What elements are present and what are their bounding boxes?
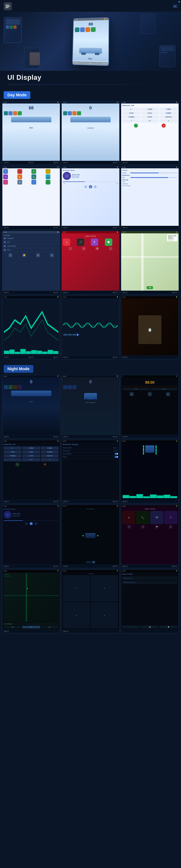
device-name-setting: Device name Car87 > xyxy=(63,446,118,450)
day-screen-waveform: 11:46🔋 WWW WOW WDW ▶ 35.2°C 25.2°C xyxy=(61,296,119,359)
hero-temp-left: 72.5°F xyxy=(74,62,78,64)
day-map-display: Sunny Coffee Western Bldground 18:15 ETA… xyxy=(121,234,179,290)
auto-connect-setting: Auto connect xyxy=(63,452,118,456)
night-screen-ar2: 11:46🔋 AR display ▦ ▦ ▦ ▦ 35.2°C xyxy=(61,570,119,633)
night-screen-bt-settings: 11:46🔋 Bluetooth_Settings Device name Ca… xyxy=(61,440,119,503)
day-mode-section-header: Day Mode xyxy=(0,88,181,101)
nav-lines-icon[interactable] xyxy=(173,5,177,7)
night-screen-panel: 11:46🔋 Source Panel Factory Reset Date t… xyxy=(121,570,179,633)
map-content: Sunny Coffee Western Bldground 18:15 ETA… xyxy=(121,234,179,290)
hero-number: 88 xyxy=(74,21,109,27)
day-carplay-display: Apple CarPlay ♫ 🎵 🎙 💬 📞 ♫ 🗺 🎵 xyxy=(62,234,119,290)
menu-icon xyxy=(5,5,10,8)
day-home-2-info: 35.2°C 25.2°C xyxy=(62,161,119,164)
night-carplay-grid: ♫ 📞 🗺 🎙 xyxy=(121,510,179,525)
day-home-1-info: 72.5°F 25.2°C 35.2°C xyxy=(2,161,60,164)
night-screen-ar: 72.1°F🔋 AR Animation ◀ ▶ 72.1°F ► xyxy=(61,505,119,568)
hero-person xyxy=(30,52,40,65)
carplay-app-dark: 🎵 xyxy=(77,239,84,246)
hero-temp-right: 25.2°C xyxy=(103,63,107,65)
day-screen-apps: 11:46🔋 G 📺 G ⚡ M ▶ 📻 📷 ♫ ⚙ 🌐 📞 35.2°C 25… xyxy=(2,166,60,229)
night-mode-badge: Night Mode xyxy=(4,365,33,373)
hero-section: Navigation 11:48 📶 🔋 88 xyxy=(0,12,181,71)
power-setting: Power xyxy=(63,456,118,459)
night-panel-display: Source Panel Factory Reset Date time pas… xyxy=(121,572,179,629)
bottom-spacer xyxy=(0,636,181,644)
page-title: UI Display xyxy=(4,74,177,84)
day-screen-music: 11:46🔋 Bluetooth_Music ♫ Music Title Mus… xyxy=(61,166,119,229)
night-home-display-2: 0 Nav Navigation xyxy=(62,377,119,435)
nav-item-4: ◀ Other xyxy=(3,248,59,252)
hero-main-device: 11:48 📶 🔋 88 xyxy=(72,17,109,66)
day-mode-badge: Day Mode xyxy=(4,91,30,99)
temp-3: 35.2°C xyxy=(53,162,58,163)
day-screen-nav: 11:46🔋 Ringfinger ◀ Navigation ◀ GPS ◀ L… xyxy=(2,231,60,294)
night-keypad: 1 . 2 ABC 3 DEF 4 GHI 5 JKL 6 MNO 7 PQRS… xyxy=(3,446,59,461)
day-music-display: Bluetooth_Music ♫ Music Title Music Albu… xyxy=(62,168,119,226)
night-cp-music: ♫ xyxy=(122,511,135,524)
hero-left-device xyxy=(4,17,22,43)
night-screen-bt-call: 11:46🔋 Bluetooth_Call 1 . 2 ABC 3 DEF 4 … xyxy=(2,440,60,503)
night-screen-carplay: 11:46🔋 Apple CarPlay ♫ 📞 🗺 🎙 📞 ♫ 🗺 🎵 35.… xyxy=(121,505,179,568)
night-screen-radio: 0🔋 88.00 FM FM2 ⏮ ⏸ ⏭ xyxy=(121,375,179,438)
auto-connect-toggle[interactable] xyxy=(114,453,118,455)
night-eq-display xyxy=(121,442,179,500)
night-screen-drive: 11:46🔋 Shanghai Zhongyi Road Now Playing xyxy=(2,570,60,633)
night-screen-bt-music: 11:46🔋 Bluetooth_Music ♫ Music Title Mus… xyxy=(2,505,60,568)
carplay-app-music: ♫ xyxy=(63,239,70,246)
bt-call-title: Bluetooth_Call xyxy=(122,104,178,106)
night-radio-display: 88.00 FM FM2 ⏮ ⏸ ⏭ xyxy=(121,377,179,435)
night-drive-display: Shanghai Zhongyi Road Now Playing ◀◀ ▶ ▶… xyxy=(2,572,60,629)
keypad: 1 . 2 ABC 3 DEF 4 GHI 5 JKL 6 MNO 7 PQRS… xyxy=(122,107,178,122)
night-cp-phone: 📞 xyxy=(136,511,149,524)
day-eq-display xyxy=(2,298,60,355)
night-ar-display: AR Animation ◀ ▶ 72.1°F ► xyxy=(62,507,119,564)
day-screen-bt-call: 11:48🔋 Bluetooth_Call 1 . 2 ABC 3 DEF 4 … xyxy=(121,101,179,164)
hero-right-device: Navigation xyxy=(159,45,176,67)
day-screen-home-2: 11:46🔋 0 心仙心仙 35.2°C 25.2°C xyxy=(61,101,119,164)
day-screen-video: 11:46🔋 🍵 25.2°C xyxy=(121,296,179,359)
nav-item-1: ◀ Navigation xyxy=(3,237,59,240)
night-bt-music-display: Bluetooth_Music ♫ Music Title Music Albu… xyxy=(2,507,60,564)
carplay-app-podcast: 🎙 xyxy=(91,239,98,246)
brightness-slider: Nav xyxy=(122,177,178,178)
day-settings-display: Volume Volume Brightness Nav Steering Lo… xyxy=(121,168,179,226)
day-screen-home-1: 11:46🔋 88 Nice 72.5°F 25.2°C 35.2°C xyxy=(2,101,60,164)
night-cp-podcast: 🎙 xyxy=(164,511,178,524)
day-mode-screens-grid: 11:46🔋 88 Nice 72.5°F 25.2°C 35.2°C xyxy=(0,101,181,362)
temp-2: 25.2°C xyxy=(28,162,34,163)
day-screen-map: 11:46🔋 Sunny Coffee Western Bldground 18… xyxy=(121,231,179,294)
night-mode-section-header: Night Mode xyxy=(0,362,181,375)
power-toggle[interactable] xyxy=(114,456,118,458)
night-ar2-display: AR display ▦ ▦ ▦ ▦ xyxy=(62,572,119,629)
night-cp-maps: 🗺 xyxy=(150,511,163,524)
day-nav-display: Ringfinger ◀ Navigation ◀ GPS ◀ Logo set… xyxy=(2,234,60,290)
title-divider xyxy=(7,84,174,85)
carplay-app-messages: 💬 xyxy=(105,239,112,246)
night-screen-eq: 11:46🔋 xyxy=(121,440,179,503)
day-home-display-1: 88 Nice xyxy=(2,103,60,161)
device-pin-setting: Device pin 0000 > xyxy=(63,450,118,452)
page-title-section: UI Display xyxy=(0,71,181,85)
day-waveform-display: WWW WOW WDW ▶ xyxy=(62,298,119,355)
night-screen-home-2: 11:46🔋 0 Nav Navigation 35.2°C 25.2°C xyxy=(61,375,119,438)
nav-item-3: ◀ Logo settings xyxy=(3,244,59,248)
hero-car-label: Nice xyxy=(88,58,92,60)
day-screen-settings: 11:46🔋 Volume Volume Brightness Nav xyxy=(121,166,179,229)
night-home-display-1: 0 Nice xyxy=(2,377,60,435)
day-screen-eq: 11:46🔋 xyxy=(2,296,60,359)
hero-top-right-device xyxy=(140,14,155,34)
map-go-button[interactable]: GO xyxy=(147,286,153,289)
volume-slider: Volume xyxy=(122,172,178,174)
nav-item-2: ◀ GPS xyxy=(3,240,59,244)
day-video-display: 🍵 xyxy=(121,298,179,355)
night-bt-call-display: Bluetooth_Call 1 . 2 ABC 3 DEF 4 GHI 5 J… xyxy=(2,442,60,500)
temp-1: 72.5°F xyxy=(4,162,9,163)
day-apps-display: G 📺 G ⚡ M ▶ 📻 📷 ♫ ⚙ 🌐 📞 xyxy=(2,168,60,226)
night-bt-settings-display: Bluetooth_Settings Device name Car87 > D… xyxy=(62,442,119,500)
night-mode-screens-grid: 11:46🔋 0 Nice 35.2°C 25.2°C 11:46🔋 xyxy=(0,375,181,636)
day-home-display-2: 0 心仙心仙 xyxy=(62,103,119,161)
menu-button[interactable] xyxy=(4,2,12,10)
night-carplay-display: Apple CarPlay ♫ 📞 🗺 🎙 📞 ♫ 🗺 🎵 xyxy=(121,507,179,564)
header xyxy=(0,0,181,12)
